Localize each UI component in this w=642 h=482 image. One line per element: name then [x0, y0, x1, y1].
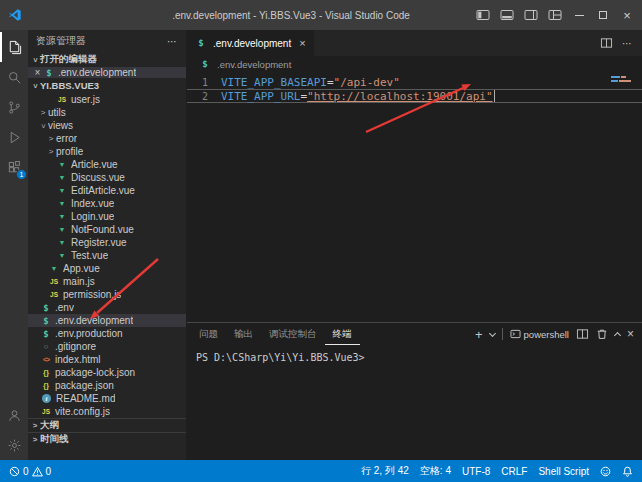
cursor-position[interactable]: 行 2, 列 42: [361, 464, 409, 478]
close-button[interactable]: ×: [620, 8, 634, 22]
tree-item-label: views: [48, 120, 73, 131]
terminal-profile[interactable]: powershell: [510, 329, 569, 340]
tree-item-label: Index.vue: [71, 198, 114, 209]
problems-status[interactable]: 0 0: [9, 466, 51, 477]
extensions-activity-icon[interactable]: 1: [0, 152, 28, 182]
breadcrumb[interactable]: $ .env.development: [187, 56, 642, 72]
vue-file-icon: ▼: [56, 226, 68, 233]
tree-file[interactable]: >○.gitignore: [28, 340, 186, 353]
errors-icon: [9, 466, 20, 477]
panel-tab-0[interactable]: 问题: [191, 323, 226, 345]
notifications-bell-icon[interactable]: [622, 466, 633, 477]
code-line[interactable]: 2VITE_APP_URL="http://localhost:19001/ap…: [187, 89, 642, 103]
tree-file[interactable]: >{}package-lock.json: [28, 366, 186, 379]
open-editor-item[interactable]: ×$.env.development: [28, 67, 186, 78]
tree-file[interactable]: >iREADME.md: [28, 392, 186, 405]
split-terminal-icon[interactable]: [576, 328, 589, 340]
tab-env-development[interactable]: $ .env.development ×: [187, 30, 314, 56]
customize-layout-icon[interactable]: [548, 9, 562, 21]
tree-file[interactable]: >▼Register.vue: [28, 236, 186, 249]
powershell-icon: [510, 329, 521, 339]
encoding[interactable]: UTF-8: [462, 466, 490, 477]
chevron-down-icon: >: [31, 55, 39, 65]
tree-file[interactable]: >JSpermission.js: [28, 288, 186, 301]
tree-folder[interactable]: >profile: [28, 145, 186, 158]
settings-gear-icon[interactable]: [0, 430, 28, 460]
workbench: 1 资源管理器 ⋯ > 打开的编辑器 ×$.env.development > …: [0, 30, 642, 460]
account-icon[interactable]: [0, 400, 28, 430]
tree-file[interactable]: >JSmain.js: [28, 275, 186, 288]
code-lines: 1VITE_APP_BASEAPI="/api-dev"2VITE_APP_UR…: [187, 75, 642, 103]
run-debug-activity-icon[interactable]: [0, 122, 28, 152]
trash-icon[interactable]: [596, 328, 608, 340]
toggle-panel-icon[interactable]: [500, 9, 514, 21]
close-icon[interactable]: ×: [299, 38, 305, 49]
vue-file-icon: ▼: [56, 200, 68, 207]
eol-sequence[interactable]: CRLF: [501, 466, 527, 477]
more-actions-icon[interactable]: ⋯: [622, 38, 633, 49]
activity-bar: 1: [0, 30, 28, 460]
sidebar-section-0[interactable]: >大纲: [28, 418, 186, 432]
tree-folder[interactable]: >utils: [28, 106, 186, 119]
tree-file[interactable]: >{}package.json: [28, 379, 186, 392]
tree-file[interactable]: >▼Login.vue: [28, 210, 186, 223]
terminal[interactable]: PS D:\CSharp\Yi\Yi.BBS.Vue3>: [187, 345, 642, 460]
panel-tab-2[interactable]: 调试控制台: [261, 323, 325, 345]
chevron-right-icon: >: [38, 109, 48, 117]
split-editor-icon[interactable]: [600, 37, 613, 49]
close-panel-icon[interactable]: ×: [627, 328, 634, 340]
tree-file[interactable]: >JSvite.config.js: [28, 405, 186, 418]
tree-file[interactable]: >$.env: [28, 301, 186, 314]
maximize-panel-icon[interactable]: [614, 332, 621, 339]
tree-folder[interactable]: >views: [28, 119, 186, 132]
chevron-down-icon[interactable]: [489, 329, 496, 336]
project-header[interactable]: > YI.BBS.VUE3: [28, 78, 186, 93]
tree-file[interactable]: >$.env.development: [28, 314, 186, 327]
titlebar-controls: ×: [476, 8, 634, 22]
chevron-right-icon: >: [30, 436, 40, 444]
code-line[interactable]: 1VITE_APP_BASEAPI="/api-dev": [187, 75, 642, 89]
tree-file[interactable]: >▼Discuss.vue: [28, 171, 186, 184]
terminal-profile-label: powershell: [524, 329, 569, 340]
tree-file[interactable]: >▼Index.vue: [28, 197, 186, 210]
chevron-right-icon: >: [46, 135, 56, 143]
open-editors-header[interactable]: > 打开的编辑器: [28, 52, 186, 67]
tree-item-label: Register.vue: [71, 237, 127, 248]
chevron-down-icon: >: [31, 81, 39, 91]
source-control-activity-icon[interactable]: [0, 92, 28, 122]
toggle-secondary-sidebar-icon[interactable]: [524, 9, 538, 21]
tree-file[interactable]: >▼EditArticle.vue: [28, 184, 186, 197]
tree-file[interactable]: >JSuser.js: [28, 93, 186, 106]
js-file-icon: JS: [48, 291, 60, 298]
more-actions-icon[interactable]: ⋯: [167, 36, 178, 47]
indentation[interactable]: 空格: 4: [420, 464, 451, 478]
tree-file[interactable]: >$.env.production: [28, 327, 186, 340]
tree-file[interactable]: >▼Test.vue: [28, 249, 186, 262]
editor-area: $ .env.development × ⋯ $ .env.developmen…: [187, 30, 642, 460]
tree-file[interactable]: >▼NotFound.vue: [28, 223, 186, 236]
text-cursor: [494, 90, 495, 102]
maximize-button[interactable]: [596, 8, 610, 22]
section-label: 大纲: [40, 419, 59, 432]
feedback-smiley-icon[interactable]: [600, 466, 611, 477]
tree-file[interactable]: ><>index.html: [28, 353, 186, 366]
new-terminal-icon[interactable]: +: [475, 328, 483, 341]
tree-file[interactable]: >▼App.vue: [28, 262, 186, 275]
tree-item-label: error: [56, 133, 77, 144]
language-mode[interactable]: Shell Script: [538, 466, 589, 477]
token-operator: =: [327, 76, 334, 89]
panel-tab-3[interactable]: 终端: [325, 323, 360, 345]
js-file-icon: JS: [40, 408, 52, 415]
close-icon[interactable]: ×: [32, 68, 43, 78]
search-activity-icon[interactable]: [0, 62, 28, 92]
tree-folder[interactable]: >error: [28, 132, 186, 145]
tree-file[interactable]: >▼Article.vue: [28, 158, 186, 171]
title-bar: .env.development - Yi.BBS.Vue3 - Visual …: [0, 0, 642, 30]
explorer-activity-icon[interactable]: [0, 32, 28, 62]
env-file-icon: $: [40, 303, 52, 313]
minimize-button[interactable]: [572, 8, 586, 22]
sidebar-section-1[interactable]: >时间线: [28, 432, 186, 446]
code-editor[interactable]: 1VITE_APP_BASEAPI="/api-dev"2VITE_APP_UR…: [187, 72, 642, 322]
window-title: .env.development - Yi.BBS.Vue3 - Visual …: [100, 10, 482, 21]
panel-tab-1[interactable]: 输出: [226, 323, 261, 345]
